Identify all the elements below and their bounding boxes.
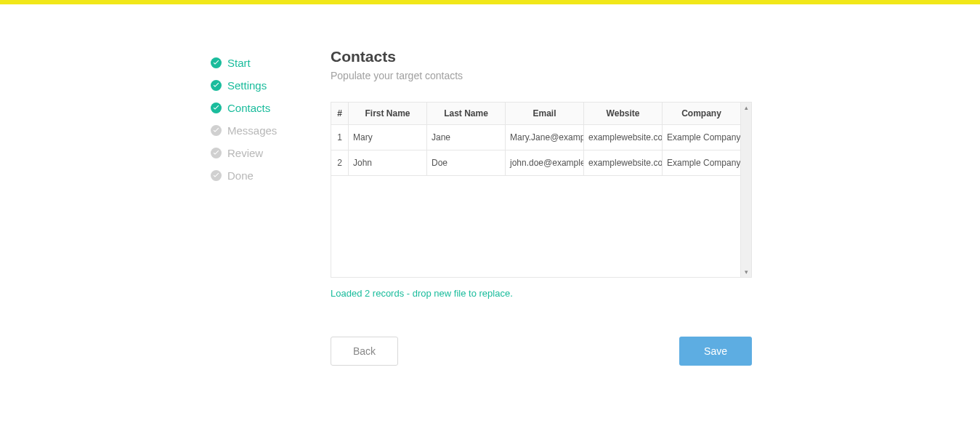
header-num: #: [331, 103, 349, 125]
cell-email[interactable]: Mary.Jane@examplemail.com: [506, 125, 584, 150]
header-last-name: Last Name: [427, 103, 506, 125]
step-done[interactable]: Done: [211, 164, 331, 187]
save-button[interactable]: Save: [679, 337, 752, 366]
header-company: Company: [663, 103, 741, 125]
header-email: Email: [506, 103, 584, 125]
cell-email[interactable]: john.doe@examplemail.com: [506, 150, 584, 176]
scroll-up-icon[interactable]: ▴: [745, 104, 748, 111]
step-label: Review: [227, 147, 263, 159]
step-contacts[interactable]: Contacts: [211, 97, 331, 119]
cell-num[interactable]: 1: [331, 125, 349, 150]
check-icon: [211, 125, 222, 136]
cell-company[interactable]: Example Company: [663, 125, 741, 150]
cell-last-name[interactable]: Jane: [427, 125, 506, 150]
page-subtitle: Populate your target contacts: [331, 70, 752, 81]
scroll-down-icon[interactable]: ▾: [745, 268, 748, 276]
page-container: Start Settings Contacts Messages Review …: [0, 4, 980, 366]
header-website: Website: [584, 103, 663, 125]
action-buttons: Back Save: [331, 337, 752, 366]
wizard-steps: Start Settings Contacts Messages Review …: [211, 48, 331, 366]
step-label: Done: [227, 169, 254, 182]
step-label: Messages: [227, 124, 277, 137]
back-button[interactable]: Back: [331, 337, 398, 366]
step-review[interactable]: Review: [211, 142, 331, 164]
step-settings[interactable]: Settings: [211, 74, 331, 97]
step-label: Start: [227, 57, 251, 69]
cell-website[interactable]: examplewebsite.com: [584, 150, 663, 176]
table-empty-area[interactable]: [331, 176, 741, 278]
table-scrollbar[interactable]: ▴ ▾: [741, 102, 752, 278]
check-icon: [211, 57, 222, 68]
step-label: Settings: [227, 79, 267, 92]
contacts-table-wrapper: # First Name Last Name Email Website Com…: [331, 102, 752, 278]
cell-last-name[interactable]: Doe: [427, 150, 506, 176]
cell-first-name[interactable]: John: [349, 150, 427, 176]
status-text: Loaded 2 records - drop new file to repl…: [331, 288, 752, 299]
table-header-row: # First Name Last Name Email Website Com…: [331, 103, 741, 125]
cell-first-name[interactable]: Mary: [349, 125, 427, 150]
table-row[interactable]: 2 John Doe john.doe@examplemail.com exam…: [331, 150, 741, 176]
check-icon: [211, 148, 222, 158]
main-panel: Contacts Populate your target contacts #…: [331, 48, 752, 366]
check-icon: [211, 170, 222, 181]
table-row[interactable]: 1 Mary Jane Mary.Jane@examplemail.com ex…: [331, 125, 741, 150]
cell-company[interactable]: Example Company: [663, 150, 741, 176]
check-icon: [211, 80, 222, 91]
step-messages[interactable]: Messages: [211, 119, 331, 142]
cell-num[interactable]: 2: [331, 150, 349, 176]
cell-website[interactable]: examplewebsite.com: [584, 125, 663, 150]
step-start[interactable]: Start: [211, 52, 331, 74]
header-first-name: First Name: [349, 103, 427, 125]
check-icon: [211, 103, 222, 113]
contacts-table: # First Name Last Name Email Website Com…: [331, 102, 741, 278]
step-label: Contacts: [227, 102, 270, 114]
page-title: Contacts: [331, 48, 752, 65]
